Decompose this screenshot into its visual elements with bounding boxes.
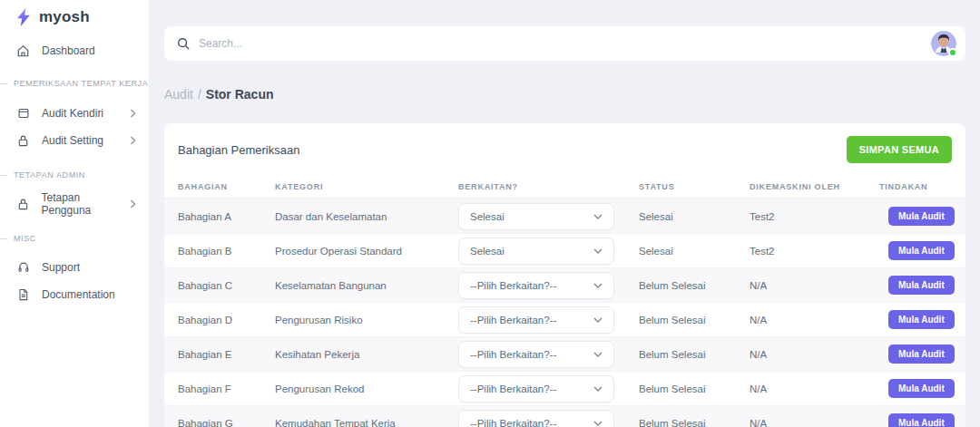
sidebar-item-label: Tetapan Pengguna [42, 191, 130, 217]
table-row: Bahagian E Kesihatan Pekerja --Pilih Ber… [164, 336, 965, 371]
chevron-down-icon [593, 386, 603, 392]
sidebar-section-tetapan-admin: TETAPAN ADMIN [0, 166, 149, 184]
kategori-cell: Pengurusan Rekod [275, 383, 458, 394]
window-icon [16, 107, 30, 121]
berkaitan-select[interactable]: Selesai [458, 203, 614, 230]
bahagian-pemeriksaan-card: Bahagian Pemeriksaan SIMPAN SEMUA BAHAGI… [164, 123, 965, 427]
sidebar-item-audit-setting[interactable]: Audit Setting [0, 127, 149, 154]
chevron-down-icon [593, 214, 603, 219]
chevron-right-icon [130, 136, 136, 145]
table-row: Bahagian C Keselamatan Bangunan --Pilih … [164, 267, 965, 302]
selected-value: --Pilih Berkaitan?-- [470, 349, 556, 360]
selected-value: Selesai [470, 211, 505, 222]
table-row: Bahagian D Pengurusan Risiko --Pilih Ber… [164, 302, 965, 336]
search-input[interactable] [199, 37, 956, 50]
breadcrumb-current: Stor Racun [206, 87, 274, 102]
dikemaskini-oleh-cell: N/A [750, 418, 879, 427]
bahagian-cell: Bahagian E [178, 349, 275, 360]
online-status-dot [948, 48, 957, 57]
status-cell: Belum Selesai [639, 418, 750, 427]
mula-audit-button[interactable]: Mula Audit [888, 241, 955, 260]
berkaitan-select[interactable]: --Pilih Berkaitan?-- [458, 410, 614, 427]
selected-value: --Pilih Berkaitan?-- [470, 418, 556, 427]
app-window: myosh Dashboard PEMERIKSAAN TEMPAT KERJA… [0, 0, 980, 427]
simpan-semua-button[interactable]: SIMPAN SEMUA [847, 136, 952, 163]
mula-audit-button[interactable]: Mula Audit [888, 413, 955, 427]
bahagian-cell: Bahagian C [178, 280, 275, 291]
breadcrumb-separator: / [198, 87, 201, 102]
table-row: Bahagian B Prosedur Operasi Standard Sel… [164, 233, 965, 267]
dikemaskini-oleh-cell: N/A [750, 280, 879, 291]
user-avatar[interactable] [931, 31, 956, 56]
table-row: Bahagian G Kemudahan Tempat Kerja --Pili… [164, 405, 965, 427]
bahagian-cell: Bahagian D [178, 315, 275, 325]
chevron-right-icon [130, 109, 136, 118]
column-header: TINDAKAN [879, 182, 965, 191]
sidebar: myosh Dashboard PEMERIKSAAN TEMPAT KERJA… [0, 0, 150, 427]
table-header-row: BAHAGIAN KATEGORI BERKAITAN? STATUS DIKE… [164, 176, 965, 199]
berkaitan-select[interactable]: Selesai [458, 238, 614, 265]
brand-name: myosh [39, 8, 90, 26]
breadcrumb: Audit / Stor Racun [164, 85, 965, 103]
main-content: Audit / Stor Racun Bahagian Pemeriksaan … [150, 0, 980, 427]
selected-value: --Pilih Berkaitan?-- [470, 280, 556, 291]
berkaitan-select[interactable]: --Pilih Berkaitan?-- [458, 306, 614, 334]
mula-audit-button[interactable]: Mula Audit [888, 345, 955, 364]
headset-icon [16, 261, 30, 275]
berkaitan-select[interactable]: --Pilih Berkaitan?-- [458, 272, 614, 299]
dikemaskini-oleh-cell: Test2 [750, 211, 879, 222]
sidebar-item-label: Documentation [42, 288, 115, 301]
dikemaskini-oleh-cell: N/A [750, 315, 879, 325]
table-row: Bahagian F Pengurusan Rekod --Pilih Berk… [164, 371, 965, 405]
mula-audit-button[interactable]: Mula Audit [888, 379, 955, 398]
home-icon [16, 44, 30, 58]
kategori-cell: Kemudahan Tempat Kerja [275, 418, 458, 427]
status-cell: Selesai [639, 246, 750, 257]
berkaitan-select[interactable]: --Pilih Berkaitan?-- [458, 375, 614, 403]
search-icon [177, 37, 190, 50]
chevron-down-icon [593, 352, 603, 357]
bahagian-cell: Bahagian A [178, 211, 275, 222]
dikemaskini-oleh-cell: N/A [750, 349, 879, 360]
status-cell: Belum Selesai [639, 383, 750, 394]
berkaitan-select[interactable]: --Pilih Berkaitan?-- [458, 341, 614, 368]
column-header: KATEGORI [275, 182, 458, 191]
sidebar-item-dashboard[interactable]: Dashboard [0, 37, 149, 64]
status-cell: Belum Selesai [639, 315, 750, 325]
sidebar-item-label: Audit Setting [42, 134, 103, 147]
status-cell: Selesai [639, 211, 750, 222]
kategori-cell: Kesihatan Pekerja [275, 349, 458, 360]
status-cell: Belum Selesai [639, 349, 750, 360]
mula-audit-button[interactable]: Mula Audit [888, 310, 955, 329]
kategori-cell: Keselamatan Bangunan [275, 280, 458, 291]
column-header: BAHAGIAN [178, 182, 275, 191]
bahagian-cell: Bahagian G [178, 418, 275, 427]
dikemaskini-oleh-cell: Test2 [750, 246, 879, 257]
status-cell: Belum Selesai [639, 280, 750, 291]
kategori-cell: Dasar dan Keselamatan [275, 211, 458, 222]
lock-icon [16, 134, 30, 148]
mula-audit-button[interactable]: Mula Audit [888, 207, 955, 226]
lock-icon [16, 198, 30, 211]
chevron-down-icon [593, 317, 603, 323]
sidebar-item-audit-kendiri[interactable]: Audit Kendiri [0, 100, 149, 127]
document-icon [16, 288, 30, 302]
chevron-down-icon [593, 248, 603, 254]
sidebar-section-misc: MISC [0, 229, 149, 247]
card-title: Bahagian Pemeriksaan [178, 143, 299, 157]
brand-logo[interactable]: myosh [0, 0, 149, 27]
bahagian-cell: Bahagian B [178, 246, 275, 257]
chevron-down-icon [593, 283, 603, 288]
sidebar-item-tetapan-pengguna[interactable]: Tetapan Pengguna [0, 190, 149, 218]
top-search-bar [164, 26, 965, 61]
myosh-bolt-icon [16, 8, 31, 26]
sidebar-item-support[interactable]: Support [0, 254, 149, 281]
chevron-down-icon [593, 421, 603, 426]
kategori-cell: Pengurusan Risiko [275, 315, 458, 325]
sidebar-section-pemeriksaan: PEMERIKSAAN TEMPAT KERJA [0, 74, 149, 92]
sidebar-item-label: Audit Kendiri [42, 107, 103, 120]
sidebar-item-documentation[interactable]: Documentation [0, 281, 149, 308]
column-header: STATUS [639, 182, 750, 191]
breadcrumb-section[interactable]: Audit [164, 87, 193, 102]
mula-audit-button[interactable]: Mula Audit [888, 276, 955, 295]
